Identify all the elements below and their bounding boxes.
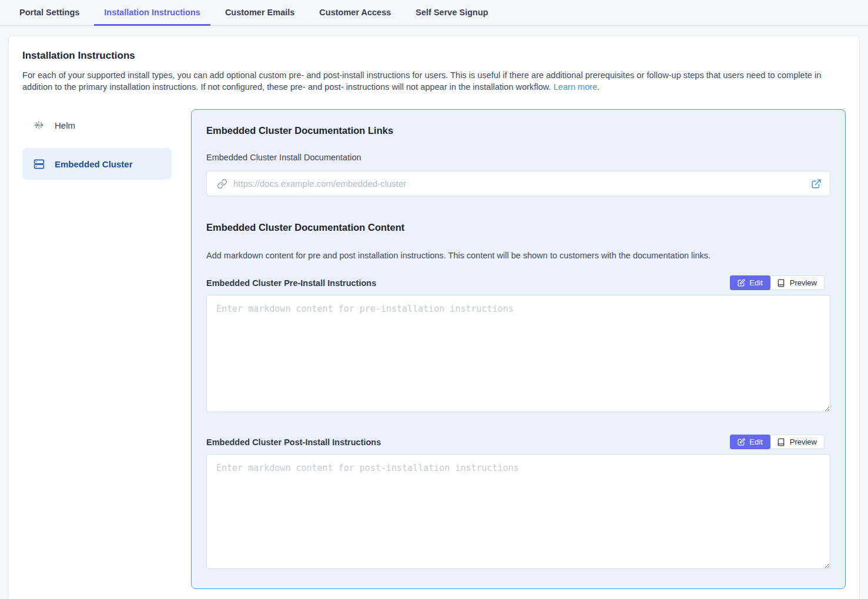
- main-card: Installation Instructions For each of yo…: [8, 35, 860, 599]
- helm-icon: HELM: [33, 119, 45, 131]
- install-doc-url-field: [206, 171, 830, 196]
- book-icon: [777, 279, 785, 287]
- edit-icon: [738, 438, 745, 446]
- svg-text:HELM: HELM: [35, 123, 43, 127]
- learn-more-link[interactable]: Learn more: [554, 82, 598, 92]
- pre-install-preview-button[interactable]: Preview: [770, 276, 824, 290]
- tab-customer-emails[interactable]: Customer Emails: [215, 0, 304, 26]
- book-icon: [777, 438, 785, 446]
- learn-more-period: .: [597, 82, 599, 92]
- page-description-text: For each of your supported install types…: [22, 70, 821, 92]
- pre-install-label: Embedded Cluster Pre-Install Instruction…: [206, 278, 376, 288]
- install-doc-label: Embedded Cluster Install Documentation: [206, 153, 830, 162]
- pre-install-textarea[interactable]: [206, 295, 830, 412]
- preview-button-label: Preview: [790, 438, 817, 446]
- server-stack-icon: [33, 159, 45, 170]
- page-title: Installation Instructions: [22, 50, 846, 62]
- embedded-cluster-panel: Embedded Cluster Documentation Links Emb…: [191, 109, 846, 589]
- doc-content-description: Add markdown content for pre and post in…: [206, 251, 830, 260]
- tab-customer-access[interactable]: Customer Access: [309, 0, 401, 26]
- post-install-edit-button[interactable]: Edit: [730, 435, 770, 449]
- preview-button-label: Preview: [790, 278, 817, 287]
- sidebar-item-helm[interactable]: HELM Helm: [22, 109, 172, 141]
- pre-install-block: Embedded Cluster Pre-Install Instruction…: [206, 275, 830, 412]
- post-install-textarea[interactable]: [206, 454, 830, 569]
- post-install-preview-button[interactable]: Preview: [770, 435, 824, 449]
- external-link-icon[interactable]: [811, 179, 822, 189]
- edit-icon: [738, 279, 745, 287]
- sidebar-item-embedded-cluster[interactable]: Embedded Cluster: [22, 148, 172, 180]
- post-install-block: Embedded Cluster Post-Install Instructio…: [206, 435, 830, 569]
- install-doc-url-input[interactable]: [233, 179, 805, 189]
- tab-installation-instructions[interactable]: Installation Instructions: [94, 0, 210, 26]
- edit-button-label: Edit: [749, 438, 762, 446]
- install-type-sidebar: HELM Helm Embedded Cluster: [22, 109, 172, 187]
- post-install-label: Embedded Cluster Post-Install Instructio…: [206, 438, 381, 447]
- sidebar-item-label: Helm: [55, 120, 75, 130]
- pre-install-edit-button[interactable]: Edit: [730, 275, 770, 290]
- sidebar-item-label: Embedded Cluster: [55, 159, 133, 169]
- tab-portal-settings[interactable]: Portal Settings: [9, 0, 89, 26]
- edit-button-label: Edit: [749, 278, 762, 287]
- page-description: For each of your supported install types…: [22, 69, 844, 93]
- post-install-mode-toggle: Edit Preview: [730, 435, 825, 449]
- doc-content-section-title: Embedded Cluster Documentation Content: [206, 222, 830, 233]
- tab-self-serve-signup[interactable]: Self Serve Signup: [405, 0, 498, 26]
- doc-links-section-title: Embedded Cluster Documentation Links: [206, 125, 830, 136]
- content-row: HELM Helm Embedded Cluster: [22, 109, 846, 589]
- pre-install-mode-toggle: Edit Preview: [730, 275, 825, 290]
- top-tab-bar: Portal Settings Installation Instruction…: [0, 0, 868, 26]
- link-icon: [217, 179, 227, 189]
